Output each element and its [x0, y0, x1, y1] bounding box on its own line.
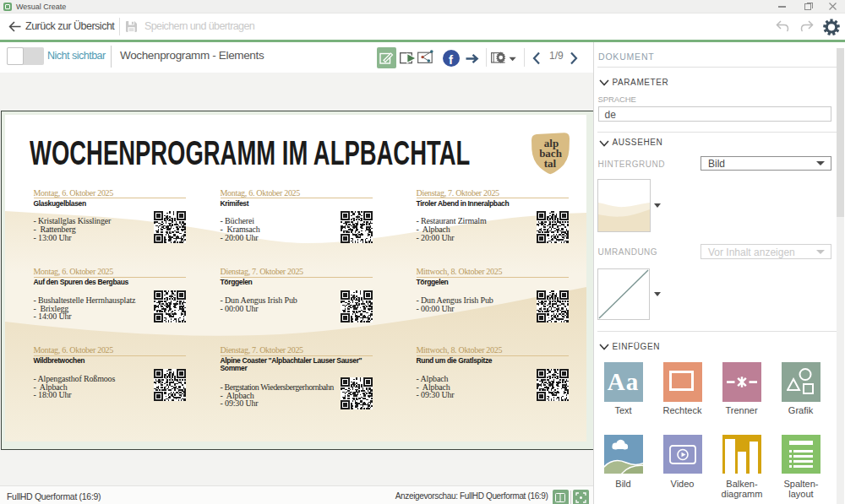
svg-text:tal: tal: [543, 156, 556, 169]
